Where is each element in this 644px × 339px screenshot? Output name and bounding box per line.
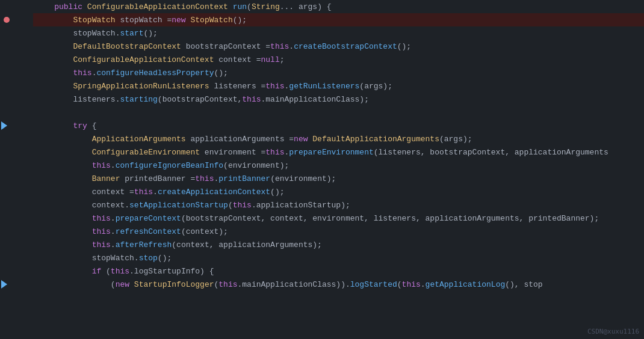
method-run: run	[233, 2, 247, 11]
code-line-12: ConfigurableEnvironment environment = th…	[33, 145, 644, 159]
gutter-line-25	[0, 317, 33, 331]
bookmark-icon	[1, 121, 7, 130]
watermark-text: CSDN@xuxu1116	[587, 328, 639, 335]
indent-1	[36, 2, 54, 11]
code-line-24	[33, 304, 644, 317]
gutter-line-7	[0, 79, 33, 93]
gutter-line-13	[0, 159, 33, 172]
bookmark-icon-2	[1, 280, 7, 289]
code-line-20: stopWatch. stop ();	[33, 251, 644, 264]
code-line-9	[33, 106, 644, 119]
code-line-22: ( new StartupInfoLogger ( this .mainAppl…	[33, 278, 644, 291]
code-line-18: this . refreshContext (context);	[33, 225, 644, 238]
code-line-7: SpringApplicationRunListeners listeners …	[33, 79, 644, 93]
gutter-line-15	[0, 185, 33, 198]
gutter-line-1	[0, 0, 33, 13]
code-line-3: stopWatch. start ();	[33, 26, 644, 40]
code-line-4: DefaultBootstrapContext bootstrapContext…	[33, 40, 644, 53]
code-line-6: this . configureHeadlessProperty ();	[33, 66, 644, 79]
code-line-17: this . prepareContext (bootstrapContext,…	[33, 212, 644, 225]
code-line-5: ConfigurableApplicationContext context =…	[33, 53, 644, 66]
gutter-line-19	[0, 238, 33, 251]
gutter-line-24	[0, 304, 33, 317]
code-line-15: context = this . createApplicationContex…	[33, 185, 644, 198]
gutter-line-20	[0, 251, 33, 264]
line-gutter	[0, 0, 33, 339]
gutter-line-23	[0, 291, 33, 304]
gutter-line-6	[0, 66, 33, 79]
gutter-line-2	[0, 13, 33, 26]
code-line-14: Banner printedBanner = this . printBanne…	[33, 172, 644, 185]
code-editor: public ConfigurableApplicationContext ru…	[0, 0, 644, 339]
code-line-8: listeners. starting (bootstrapContext, t…	[33, 93, 644, 106]
gutter-line-11	[0, 132, 33, 145]
code-line-11: ApplicationArguments applicationArgument…	[33, 132, 644, 145]
code-content: public ConfigurableApplicationContext ru…	[33, 0, 644, 339]
gutter-line-17	[0, 212, 33, 225]
gutter-line-16	[0, 198, 33, 212]
code-line-10: try {	[33, 119, 644, 132]
kw-public: public	[54, 2, 82, 11]
gutter-line-9	[0, 106, 33, 119]
gutter-line-4	[0, 40, 33, 53]
gutter-line-8	[0, 93, 33, 106]
code-line-16: context. setApplicationStartup ( this .a…	[33, 198, 644, 212]
gutter-line-21	[0, 264, 33, 278]
type-configurable: ConfigurableApplicationContext	[87, 2, 228, 11]
gutter-line-5	[0, 53, 33, 66]
gutter-line-3	[0, 26, 33, 40]
code-line-21: if ( this .logStartupInfo) {	[33, 264, 644, 278]
gutter-line-22	[0, 278, 33, 291]
breakpoint-icon	[4, 17, 10, 23]
code-line-1: public ConfigurableApplicationContext ru…	[33, 0, 644, 13]
gutter-line-14	[0, 172, 33, 185]
gutter-line-12	[0, 145, 33, 159]
code-line-13: this . configureIgnoreBeanInfo (environm…	[33, 159, 644, 172]
code-line-2: StopWatch stopWatch = new StopWatch ();	[33, 13, 644, 26]
code-line-23	[33, 291, 644, 304]
gutter-line-18	[0, 225, 33, 238]
gutter-line-10	[0, 119, 33, 132]
code-line-19: this . afterRefresh (context, applicatio…	[33, 238, 644, 251]
